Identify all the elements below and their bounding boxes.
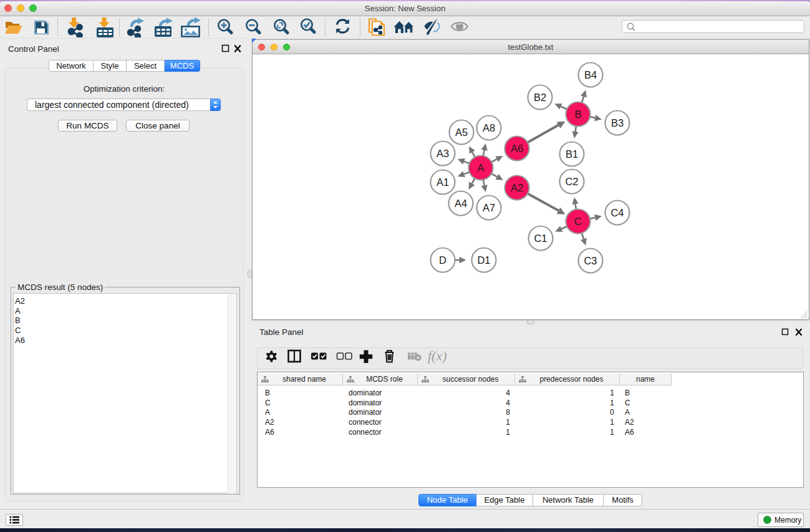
svg-text:B1: B1 bbox=[566, 148, 578, 160]
svg-text:A5: A5 bbox=[455, 127, 468, 138]
svg-text:B: B bbox=[574, 109, 581, 120]
svg-text:A7: A7 bbox=[483, 202, 495, 213]
svg-text:B2: B2 bbox=[534, 92, 546, 103]
svg-text:A6: A6 bbox=[511, 143, 523, 154]
svg-text:f(x): f(x) bbox=[428, 348, 447, 364]
svg-text:C1: C1 bbox=[534, 233, 547, 244]
svg-text:A1: A1 bbox=[436, 177, 449, 188]
svg-text:B4: B4 bbox=[584, 69, 597, 80]
svg-text:C: C bbox=[574, 216, 582, 227]
svg-text:A8: A8 bbox=[483, 122, 495, 133]
svg-text:A4: A4 bbox=[455, 198, 467, 209]
svg-text:A3: A3 bbox=[436, 148, 449, 159]
svg-text:C4: C4 bbox=[610, 207, 624, 218]
svg-text:D1: D1 bbox=[477, 254, 490, 266]
svg-text:D: D bbox=[439, 254, 446, 266]
svg-text:C2: C2 bbox=[565, 176, 578, 187]
svg-text:B3: B3 bbox=[611, 117, 624, 128]
svg-text:A: A bbox=[477, 162, 484, 173]
svg-text:C3: C3 bbox=[584, 255, 597, 266]
svg-text:A2: A2 bbox=[511, 182, 523, 193]
